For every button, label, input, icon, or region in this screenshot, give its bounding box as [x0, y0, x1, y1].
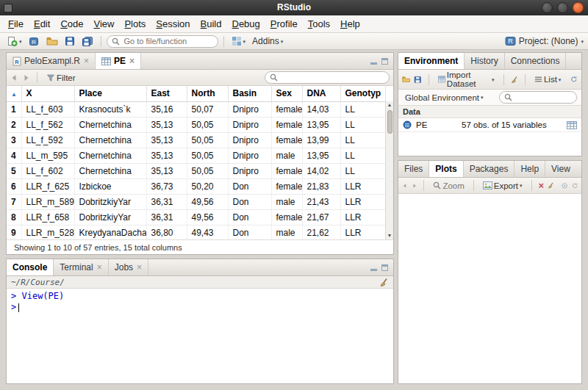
- maximize-pane-button[interactable]: [381, 58, 388, 65]
- scrollbar-thumb[interactable]: [387, 110, 392, 134]
- filter-button[interactable]: Filter: [44, 73, 78, 83]
- toolbar-separator: [223, 36, 224, 47]
- menu-session[interactable]: Session: [151, 16, 195, 32]
- clear-plots-icon[interactable]: [548, 181, 554, 190]
- environment-selector[interactable]: Global Environment ▾: [403, 93, 486, 103]
- scroll-up-icon[interactable]: ▲: [387, 101, 392, 109]
- menu-file[interactable]: File: [3, 16, 29, 32]
- tab-viewer[interactable]: Viewer: [545, 161, 570, 177]
- view-table-icon[interactable]: [567, 121, 577, 129]
- menu-build[interactable]: Build: [196, 16, 227, 32]
- tab-packages[interactable]: Packages: [464, 161, 515, 177]
- column-header-north[interactable]: North: [187, 86, 228, 101]
- tab-files[interactable]: Files: [398, 161, 429, 177]
- forward-icon[interactable]: [22, 74, 30, 82]
- save-all-button[interactable]: [79, 35, 96, 48]
- column-header-x[interactable]: X: [21, 86, 74, 101]
- load-workspace-icon[interactable]: [402, 75, 410, 84]
- cell-genotype: LL: [340, 117, 385, 132]
- environment-search-input[interactable]: [515, 93, 572, 103]
- column-header-dna[interactable]: DNA: [302, 86, 340, 101]
- project-selector[interactable]: R Project: (None) ▾: [505, 36, 584, 46]
- goto-file-search: [107, 35, 218, 48]
- forward-icon[interactable]: [412, 182, 417, 189]
- menu-edit[interactable]: Edit: [29, 16, 55, 32]
- zoom-button[interactable]: Zoom: [431, 181, 466, 191]
- back-icon[interactable]: [10, 74, 18, 82]
- maximize-button[interactable]: [557, 2, 568, 13]
- plot-display-area: [398, 194, 581, 383]
- remove-plot-button[interactable]: ×: [539, 181, 545, 190]
- list-view-button[interactable]: List ▾: [532, 74, 563, 84]
- save-workspace-icon[interactable]: [414, 75, 421, 84]
- column-header-index[interactable]: ▲: [7, 86, 21, 101]
- maximize-pane-button[interactable]: [381, 264, 388, 271]
- minimize-pane-button[interactable]: [370, 58, 377, 65]
- new-file-button[interactable]: ▾: [4, 35, 24, 48]
- toolbar-separator: [473, 180, 474, 191]
- open-file-button[interactable]: [44, 35, 60, 47]
- tab-console[interactable]: Console: [7, 259, 54, 276]
- menu-plots[interactable]: Plots: [119, 16, 151, 32]
- cell-north: 50,05: [187, 163, 228, 178]
- close-icon[interactable]: ×: [84, 57, 89, 65]
- text-cursor: [18, 303, 19, 312]
- tab-environment[interactable]: Environment: [398, 53, 465, 70]
- minimize-pane-button[interactable]: [370, 264, 377, 271]
- vertical-scrollbar[interactable]: ▲ ▼: [385, 101, 393, 239]
- table-row: 8LLR_f_658DobritzkiyYar36,3149,56Donfema…: [7, 209, 385, 225]
- console-output[interactable]: > View(PE) >: [7, 289, 393, 383]
- goto-file-input[interactable]: [123, 36, 213, 46]
- tab-help[interactable]: Help: [514, 161, 545, 177]
- tab-history[interactable]: History: [465, 53, 504, 69]
- refresh-plot-icon[interactable]: [572, 181, 578, 190]
- tab-jobs[interactable]: Jobs ×: [109, 259, 148, 275]
- tab-pe[interactable]: PE ×: [96, 53, 141, 70]
- close-icon[interactable]: ×: [137, 263, 142, 272]
- tab-terminal[interactable]: Terminal ×: [54, 259, 108, 275]
- cell-basin: Don: [228, 178, 271, 194]
- menu-help[interactable]: Help: [335, 16, 365, 32]
- column-header-basin[interactable]: Basin: [228, 86, 271, 101]
- clear-console-icon[interactable]: [379, 278, 389, 287]
- import-dataset-button[interactable]: Import Dataset ▾: [436, 70, 497, 89]
- tab-plots[interactable]: Plots: [429, 161, 463, 178]
- tab-connections[interactable]: Connections: [505, 53, 567, 69]
- row-number: 8: [7, 209, 21, 225]
- addins-button[interactable]: Addins ▾: [250, 35, 285, 47]
- sort-ascending-icon: ▲: [11, 91, 17, 98]
- cell-basin: Don: [228, 194, 271, 209]
- column-header-east[interactable]: East: [146, 86, 187, 101]
- column-header-sex[interactable]: Sex: [271, 86, 302, 101]
- column-header-place[interactable]: Place: [74, 86, 146, 101]
- new-project-button[interactable]: R: [26, 35, 42, 48]
- menu-code[interactable]: Code: [55, 16, 88, 32]
- save-button[interactable]: [62, 35, 77, 47]
- menu-tools[interactable]: Tools: [303, 16, 335, 32]
- close-icon[interactable]: ×: [129, 57, 135, 65]
- publish-icon[interactable]: [562, 181, 567, 190]
- cell-basin: Dnipro: [228, 148, 271, 163]
- table-search-input[interactable]: [281, 73, 384, 83]
- search-icon: [270, 73, 278, 82]
- environment-object-pe[interactable]: PE 57 obs. of 15 variables: [398, 118, 581, 132]
- close-icon[interactable]: ×: [97, 263, 102, 272]
- column-header-genotype[interactable]: Genotyp: [340, 86, 385, 101]
- clear-workspace-icon[interactable]: [511, 75, 518, 84]
- window-title: RStudio: [0, 0, 588, 15]
- refresh-icon[interactable]: [570, 75, 578, 84]
- export-button[interactable]: Export ▾: [481, 181, 525, 191]
- menu-debug[interactable]: Debug: [227, 16, 265, 32]
- scroll-down-icon[interactable]: ▼: [387, 232, 392, 239]
- back-icon[interactable]: [402, 182, 408, 189]
- table-search-box: [265, 71, 390, 84]
- console-input-line[interactable]: >: [11, 302, 389, 313]
- menu-view[interactable]: View: [88, 16, 119, 32]
- cell-x: LL_m_595: [21, 148, 74, 163]
- plots-toolbar: Zoom Export ▾ ×: [398, 178, 581, 194]
- minimize-button[interactable]: [542, 2, 553, 13]
- menu-profile[interactable]: Profile: [265, 16, 303, 32]
- tab-peloexampl-r[interactable]: R PeloExampl.R ×: [7, 53, 96, 69]
- close-button[interactable]: [573, 2, 584, 13]
- panes-layout-button[interactable]: ▾: [229, 35, 248, 47]
